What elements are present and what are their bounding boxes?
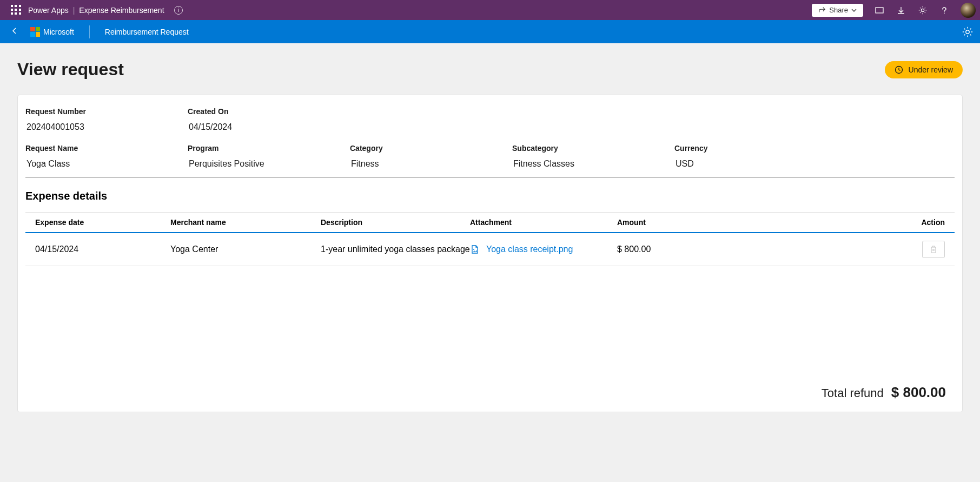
field-created-on: Created On 04/15/2024 <box>188 107 350 132</box>
svg-rect-0 <box>876 8 883 13</box>
help-button[interactable] <box>935 1 954 20</box>
field-row-1: Request Number 202404001053 Created On 0… <box>25 107 955 132</box>
col-header-action: Action <box>769 218 945 227</box>
field-currency: Currency USD <box>674 144 783 169</box>
page-title: View request <box>17 60 124 80</box>
field-value: Perquisites Positive <box>188 159 350 169</box>
top-bar-actions: Share <box>812 1 976 20</box>
expense-table: Expense date Merchant name Description A… <box>25 212 955 266</box>
app-settings-button[interactable] <box>962 26 974 38</box>
field-value: Fitness <box>350 159 512 169</box>
page-name: Expense Reimbursement <box>79 6 164 15</box>
col-header-date: Expense date <box>35 218 170 227</box>
gear-icon <box>918 5 928 15</box>
download-icon <box>897 6 905 15</box>
chevron-down-icon <box>851 8 857 13</box>
fit-screen-button[interactable] <box>870 1 889 20</box>
brand-name: Microsoft <box>43 28 74 36</box>
field-label: Subcategory <box>512 144 674 153</box>
top-bar-title: Power Apps | Expense Reimbursement <box>28 6 164 15</box>
download-button[interactable] <box>891 1 911 20</box>
app-bar-right <box>962 26 974 38</box>
field-value: Fitness Classes <box>512 159 674 169</box>
delete-button[interactable] <box>922 241 945 258</box>
total-label: Total refund <box>822 386 884 400</box>
clock-icon <box>895 65 903 74</box>
image-file-icon <box>470 245 480 254</box>
back-button[interactable] <box>6 25 23 39</box>
app-bar: Microsoft Reimbursement Request <box>0 20 980 43</box>
attachment-link[interactable]: Yoga class receipt.png <box>470 245 617 254</box>
col-header-amount: Amount <box>617 218 769 227</box>
divider <box>89 25 90 38</box>
field-label: Currency <box>674 144 783 153</box>
field-label: Category <box>350 144 512 153</box>
field-category: Category Fitness <box>350 144 512 169</box>
status-label: Under review <box>909 65 953 74</box>
info-icon[interactable]: i <box>174 6 183 15</box>
field-value: Yoga Class <box>25 159 188 169</box>
table-header: Expense date Merchant name Description A… <box>25 213 955 233</box>
expense-section-title: Expense details <box>25 190 955 202</box>
request-card: Request Number 202404001053 Created On 0… <box>17 95 963 412</box>
cell-merchant: Yoga Center <box>170 245 321 254</box>
field-label: Request Name <box>25 144 188 153</box>
field-row-2: Request Name Yoga Class Program Perquisi… <box>25 144 955 178</box>
field-value: 04/15/2024 <box>188 122 350 132</box>
share-button[interactable]: Share <box>812 4 863 17</box>
col-header-description: Description <box>321 218 470 227</box>
brand-logo: Microsoft <box>30 27 74 37</box>
app-title: Reimbursement Request <box>105 28 189 36</box>
svg-point-2 <box>966 30 969 33</box>
settings-button[interactable] <box>913 1 932 20</box>
col-header-merchant: Merchant name <box>170 218 321 227</box>
field-label: Request Number <box>25 107 188 116</box>
title-separator: | <box>73 6 75 15</box>
app-launcher-icon[interactable] <box>11 5 22 16</box>
fit-screen-icon <box>875 5 884 15</box>
share-label: Share <box>829 6 848 14</box>
main-content: View request Under review Request Number… <box>0 43 980 412</box>
svg-point-1 <box>921 9 924 11</box>
cell-description: 1-year unlimited yoga classes package <box>321 245 470 254</box>
field-request-name: Request Name Yoga Class <box>25 144 188 169</box>
field-value: USD <box>674 159 783 169</box>
field-request-number: Request Number 202404001053 <box>25 107 188 132</box>
field-label: Program <box>188 144 350 153</box>
table-row: 04/15/2024 Yoga Center 1-year unlimited … <box>25 233 955 266</box>
share-icon <box>818 6 826 14</box>
gear-icon <box>962 26 974 38</box>
field-value: 202404001053 <box>25 122 188 132</box>
app-name: Power Apps <box>28 6 69 15</box>
field-program: Program Perquisites Positive <box>188 144 350 169</box>
help-icon <box>940 6 949 15</box>
status-badge: Under review <box>885 61 963 78</box>
attachment-name: Yoga class receipt.png <box>486 245 573 254</box>
chevron-left-icon <box>11 27 18 35</box>
cell-action <box>769 241 945 258</box>
trash-icon <box>930 245 937 254</box>
user-avatar[interactable] <box>961 3 976 18</box>
cell-date: 04/15/2024 <box>35 245 170 254</box>
field-label: Created On <box>188 107 350 116</box>
col-header-attachment: Attachment <box>470 218 617 227</box>
page-header: View request Under review <box>17 60 963 80</box>
cell-amount: $ 800.00 <box>617 245 769 254</box>
cell-attachment: Yoga class receipt.png <box>470 245 617 254</box>
microsoft-logo-icon <box>30 27 40 37</box>
field-subcategory: Subcategory Fitness Classes <box>512 144 674 169</box>
top-bar: Power Apps | Expense Reimbursement i Sha… <box>0 0 980 20</box>
total-amount: $ 800.00 <box>891 384 946 401</box>
total-row: Total refund $ 800.00 <box>25 374 955 401</box>
svg-point-4 <box>473 249 474 250</box>
